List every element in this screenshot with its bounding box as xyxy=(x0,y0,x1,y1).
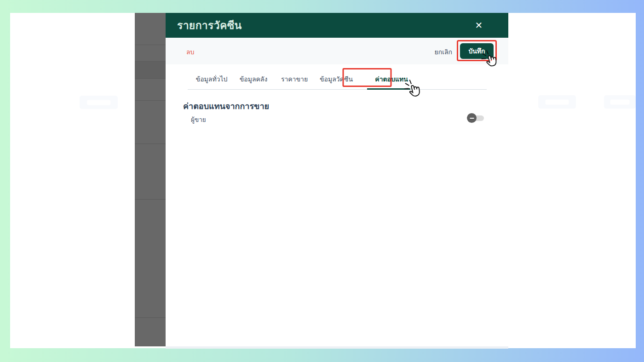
sidebar-item-dimmed xyxy=(135,61,166,78)
modal-header: รายการวัคซีน ✕ xyxy=(166,13,508,38)
minus-icon xyxy=(467,113,477,123)
modal-footer xyxy=(166,346,508,349)
tab-general-info[interactable]: ข้อมูลทั่วไป xyxy=(196,74,228,84)
seller-toggle[interactable] xyxy=(467,113,485,123)
desktop-gradient-frame: รายการวัคซีน ✕ ลบ ยกเลิก บันทึก ข้อมูลทั… xyxy=(0,0,644,362)
tab-divider xyxy=(188,89,487,90)
close-icon[interactable]: ✕ xyxy=(470,18,488,32)
delete-button[interactable]: ลบ xyxy=(186,47,194,57)
section-title: ค่าตอบแทนจากการขาย xyxy=(183,99,269,113)
background-button-ghost xyxy=(80,96,118,109)
background-button-ghost xyxy=(604,95,636,109)
app-window: รายการวัคซีน ✕ ลบ ยกเลิก บันทึก ข้อมูลทั… xyxy=(10,13,636,348)
tab-sale-price[interactable]: ราคาขาย xyxy=(281,74,308,84)
active-tab-indicator xyxy=(367,88,410,90)
tab-stock-info[interactable]: ข้อมูลคลัง xyxy=(240,74,268,84)
tab-compensation[interactable]: ค่าตอบแทน xyxy=(375,74,408,84)
modal-title: รายการวัคซีน xyxy=(177,13,242,38)
tab-bar: ข้อมูลทั่วไป ข้อมูลคลัง ราคาขาย ข้อมูลวั… xyxy=(166,64,508,90)
app-sidebar-dimmed xyxy=(135,13,166,346)
vaccine-list-modal: รายการวัคซีน ✕ ลบ ยกเลิก บันทึก ข้อมูลทั… xyxy=(166,13,508,349)
save-button[interactable]: บันทึก xyxy=(460,43,494,59)
seller-toggle-label: ผู้ขาย xyxy=(191,115,206,125)
modal-toolbar: ลบ ยกเลิก บันทึก xyxy=(166,38,508,64)
background-button-ghost xyxy=(538,95,576,109)
tab-vaccine-info[interactable]: ข้อมูลวัคซีน xyxy=(320,74,353,84)
cancel-button[interactable]: ยกเลิก xyxy=(434,47,452,57)
